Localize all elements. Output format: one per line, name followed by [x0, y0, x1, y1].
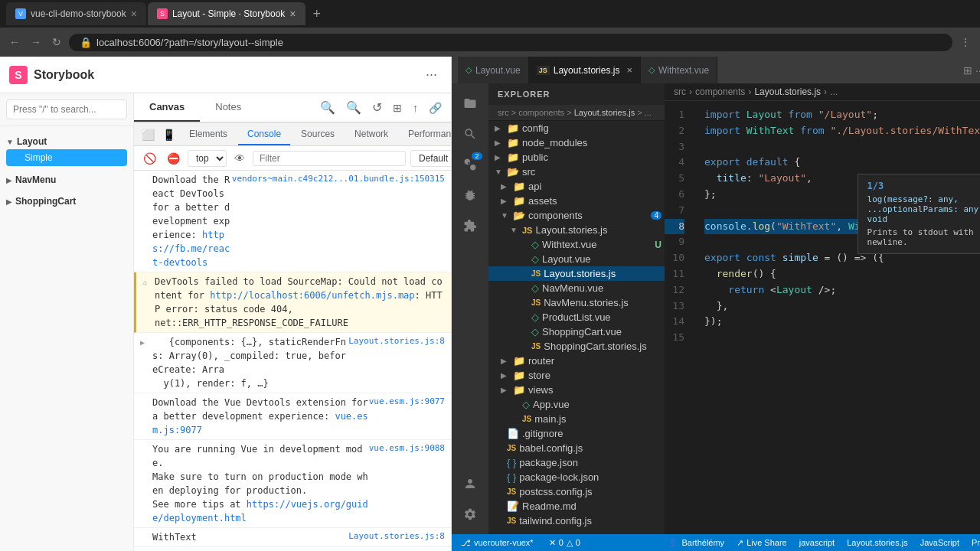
tree-label-store: store: [528, 370, 550, 381]
tree-item-layout-stories[interactable]: ▼ JS Layout.stories.js: [488, 223, 665, 237]
tree-item-main-js[interactable]: ▶ JS main.js: [488, 412, 665, 426]
clear-console-button[interactable]: 🚫: [140, 151, 159, 166]
tree-item-tailwind-config[interactable]: ▶ JS tailwind.config.js: [488, 514, 665, 528]
tab-withtext-vue[interactable]: ◇ Withtext.vue: [641, 57, 717, 83]
tree-item-babel-config[interactable]: ▶ JS babel.config.js: [488, 441, 665, 455]
console-source-5[interactable]: vue.esm.js:9088: [369, 442, 445, 455]
activity-bar-files[interactable]: [456, 90, 484, 117]
browser-tab-2[interactable]: S Layout - Simple · Storybook ×: [148, 2, 305, 25]
tree-item-productlist-vue[interactable]: ▶ ◇ ProductList.vue: [488, 310, 665, 324]
browser-tab-1[interactable]: V vue-cli-demo-storybook ×: [6, 2, 146, 25]
tab-layout-stories[interactable]: JS Layout.stories.js ×: [529, 57, 641, 83]
url-bar[interactable]: 🔒 localhost:6006/?path=/story/layout--si…: [69, 34, 952, 51]
share-button[interactable]: ↑: [410, 99, 421, 117]
tab-elements[interactable]: Elements: [180, 124, 237, 145]
statusbar-formatter[interactable]: Prettier:: [969, 538, 980, 548]
tree-item-components[interactable]: ▼ 📂 components 4: [488, 208, 665, 223]
zoom-in-button[interactable]: 🔍: [317, 97, 338, 118]
statusbar-errors[interactable]: ✕ 0 △ 0: [546, 538, 583, 548]
activity-bar-account[interactable]: [456, 470, 484, 497]
tab-sources[interactable]: Sources: [292, 124, 344, 145]
code-line-1: import Layout from "/Layout";: [704, 107, 980, 123]
console-output: Download the React DevTools for a better…: [134, 171, 451, 551]
activity-bar-source-control[interactable]: 2: [456, 151, 484, 178]
console-entry-3[interactable]: ▶ {components: {…}, staticRenderFns: Arr…: [134, 333, 451, 393]
tree-item-package-json[interactable]: ▶ { } package.json: [488, 455, 665, 470]
pause-button[interactable]: ⛔: [164, 151, 183, 166]
sidebar-group-shoppingcart: ▶ ShoppingCart: [0, 189, 133, 210]
tab-console[interactable]: Console: [238, 124, 290, 145]
activity-bar-debug[interactable]: [456, 181, 484, 209]
reset-zoom-button[interactable]: ↺: [369, 97, 385, 118]
tree-item-layout-vue[interactable]: ▶ ◇ Layout.vue: [488, 252, 665, 266]
tab-close-stories[interactable]: ×: [626, 64, 632, 76]
console-source-3[interactable]: Layout.stories.js:8: [348, 335, 445, 348]
fullscreen-button[interactable]: ⊞: [390, 99, 405, 117]
tree-item-router[interactable]: ▶ 📁 router: [488, 354, 665, 368]
console-entry-withtext[interactable]: ▶ {components: {…}, staticRenderFns: Arr…: [134, 547, 451, 551]
tree-item-withtext-vue[interactable]: ▶ ◇ Withtext.vue U: [488, 237, 665, 252]
tree-item-shoppingcart-stories[interactable]: ▶ JS ShoppingCart.stories.js: [488, 339, 665, 354]
tree-item-navmenu-stories[interactable]: ▶ JS NavMenu.stories.js: [488, 295, 665, 310]
tab-close-2[interactable]: ×: [289, 8, 296, 20]
tree-item-public[interactable]: ▶ 📁 public: [488, 150, 665, 165]
zoom-out-button[interactable]: 🔍: [343, 97, 364, 118]
tree-item-navmenu-vue[interactable]: ▶ ◇ NavMenu.vue: [488, 281, 665, 295]
sidebar-group-header-layout[interactable]: ▼ Layout: [6, 134, 127, 149]
filter-input[interactable]: [253, 151, 406, 166]
tree-item-store[interactable]: ▶ 📁 store: [488, 368, 665, 383]
devtools-device-button[interactable]: 📱: [159, 127, 178, 142]
storybook-menu-button[interactable]: ···: [421, 65, 442, 84]
tab-network[interactable]: Network: [345, 124, 397, 145]
tab-layout-vue[interactable]: ◇ Layout.vue: [458, 57, 529, 83]
tree-item-src[interactable]: ▼ 📂 src: [488, 165, 665, 179]
console-source-1[interactable]: vendors~main.c49c212...01.bundle.js:1503…: [232, 173, 445, 186]
tree-item-config[interactable]: ▶ 📁 config: [488, 121, 665, 135]
tab-performance[interactable]: Performance: [399, 124, 451, 145]
breadcrumb-more: ...: [830, 86, 838, 97]
activity-bar-search[interactable]: [456, 120, 484, 148]
more-actions-button[interactable]: ···: [975, 64, 980, 77]
sidebar-item-simple[interactable]: Simple: [6, 149, 127, 166]
tree-item-app-vue[interactable]: ▶ ◇ App.vue: [488, 397, 665, 412]
level-select[interactable]: Default levels: [410, 150, 451, 167]
code-lines[interactable]: import Layout from "/Layout"; import Wit…: [692, 101, 980, 534]
tree-item-shoppingcart-vue[interactable]: ▶ ◇ ShoppingCart.vue: [488, 324, 665, 339]
forward-button[interactable]: →: [28, 33, 44, 51]
tab-close-1[interactable]: ×: [131, 8, 137, 20]
statusbar-filename[interactable]: Layout.stories.js: [844, 538, 910, 548]
console-source-withtext[interactable]: Layout.stories.js:8: [348, 530, 445, 543]
tab-notes[interactable]: Notes: [200, 93, 256, 122]
context-select[interactable]: top: [188, 150, 227, 167]
link-button[interactable]: 🔗: [426, 99, 445, 117]
statusbar-user[interactable]: 👤 Barthélémy: [665, 538, 727, 548]
sidebar-group-header-navmenu[interactable]: ▶ NavMenu: [6, 172, 127, 187]
statusbar-language-mode[interactable]: javascript: [796, 538, 838, 548]
back-button[interactable]: ←: [6, 33, 23, 51]
tree-item-assets[interactable]: ▶ 📁 assets: [488, 194, 665, 208]
devtools-inspect-button[interactable]: ⬜: [139, 127, 158, 142]
tree-item-layout-stories-file[interactable]: ▶ JS Layout.stories.js: [488, 266, 665, 281]
statusbar-branch[interactable]: ⎇ vuerouter-vuex*: [458, 538, 537, 548]
statusbar-liveshare[interactable]: ↗ Live Share: [733, 538, 790, 548]
tree-item-node-modules[interactable]: ▶ 📁 node_modules: [488, 135, 665, 150]
tree-item-readme[interactable]: ▶ 📝 Readme.md: [488, 499, 665, 514]
split-editor-button[interactable]: ⊞: [963, 64, 972, 77]
console-text-withtext-label: WithText: [152, 530, 348, 544]
tab-canvas[interactable]: Canvas: [134, 93, 200, 122]
eye-button[interactable]: 👁: [231, 151, 248, 166]
tree-item-postcss-config[interactable]: ▶ JS postcss.config.js: [488, 484, 665, 499]
tree-item-gitignore[interactable]: ▶ 📄 .gitignore: [488, 426, 665, 441]
statusbar-language[interactable]: JavaScript: [917, 538, 962, 548]
reload-button[interactable]: ↻: [49, 33, 64, 51]
console-source-4[interactable]: vue.esm.js:9077: [369, 396, 445, 409]
activity-bar-extensions[interactable]: [456, 212, 484, 240]
extensions-button[interactable]: ⋮: [957, 33, 974, 51]
activity-bar-settings[interactable]: [456, 500, 484, 528]
sidebar-group-header-shoppingcart[interactable]: ▶ ShoppingCart: [6, 194, 127, 209]
new-tab-button[interactable]: +: [307, 6, 328, 22]
tree-item-views[interactable]: ▶ 📁 views: [488, 383, 665, 397]
tree-item-package-lock[interactable]: ▶ { } package-lock.json: [488, 470, 665, 484]
tree-item-api[interactable]: ▶ 📁 api: [488, 179, 665, 194]
search-input[interactable]: [6, 99, 127, 119]
